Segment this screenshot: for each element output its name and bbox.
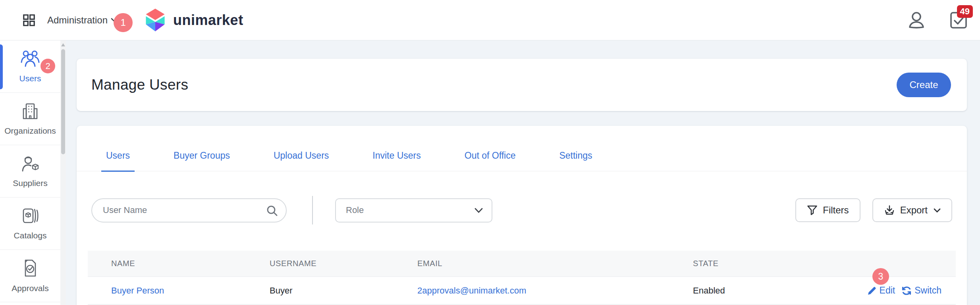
step-badge-2: 2 — [41, 59, 55, 73]
role-select-value: Role — [346, 205, 364, 215]
tab-bar: Users Buyer Groups Upload Users Invite U… — [77, 126, 967, 171]
sidebar-item-label: Suppliers — [13, 178, 48, 188]
sidebar-item-label: Users — [19, 74, 41, 83]
table-header: NAME USERNAME EMAIL STATE — [88, 251, 956, 277]
tab-buyer-groups[interactable]: Buyer Groups — [169, 150, 235, 172]
sidebar: Users 2 Organizations — [0, 40, 60, 305]
sidebar-item-suppliers[interactable]: Suppliers — [0, 145, 60, 198]
download-icon — [884, 205, 895, 216]
filter-row: Role Filters — [77, 196, 967, 224]
page-header-card: Manage Users Create — [77, 59, 967, 111]
cube-logo-icon — [143, 8, 168, 32]
state-cell: Enabled — [693, 286, 867, 296]
sidebar-item-label: Organizations — [4, 126, 56, 136]
user-name-link[interactable]: Buyer Person — [111, 286, 164, 295]
user-name-search-input[interactable] — [91, 198, 287, 223]
users-group-icon — [20, 50, 40, 69]
sidebar-item-label: Approvals — [12, 284, 48, 293]
search-icon[interactable] — [266, 205, 278, 217]
sidebar-item-catalogs[interactable]: Catalogs — [0, 198, 60, 250]
sidebar-item-organizations[interactable]: Organizations — [0, 93, 60, 145]
role-select[interactable]: Role — [335, 198, 492, 223]
sidebar-scrollbar[interactable] — [60, 40, 66, 305]
column-header-username: USERNAME — [270, 259, 417, 268]
column-header-state: STATE — [693, 259, 867, 268]
supplier-person-icon — [21, 154, 40, 174]
edit-link[interactable]: Edit — [867, 285, 895, 296]
main-content: Manage Users Create Users Buyer Groups U… — [66, 40, 980, 305]
brand-name: unimarket — [173, 12, 243, 29]
switch-refresh-icon — [901, 286, 912, 296]
brand-logo[interactable]: unimarket — [143, 8, 243, 32]
tasks-check-icon[interactable]: 49 — [949, 11, 968, 30]
topbar: Administration 1 unimarket — [0, 0, 980, 40]
tasks-count-badge: 49 — [957, 5, 973, 18]
approvals-document-icon — [21, 259, 39, 279]
export-button[interactable]: Export — [872, 198, 952, 222]
create-button[interactable]: Create — [897, 73, 951, 97]
scrollbar-thumb[interactable] — [61, 49, 65, 154]
chevron-down-icon — [934, 208, 941, 213]
sidebar-item-users[interactable]: Users 2 — [0, 40, 60, 93]
catalogs-cards-icon — [21, 207, 40, 226]
column-header-name: NAME — [111, 259, 270, 268]
pencil-icon — [867, 286, 877, 295]
tab-settings[interactable]: Settings — [554, 150, 597, 172]
account-person-icon[interactable] — [907, 11, 926, 30]
tab-out-of-office[interactable]: Out of Office — [460, 150, 521, 172]
filters-button[interactable]: Filters — [795, 198, 860, 222]
app-grid-icon[interactable] — [22, 13, 36, 27]
sidebar-item-approvals[interactable]: Approvals — [0, 250, 60, 302]
funnel-icon — [807, 205, 818, 215]
vertical-divider — [312, 196, 313, 224]
email-link[interactable]: 2approvals@unimarket.com — [417, 286, 526, 295]
step-badge-1: 1 — [114, 13, 133, 32]
scroll-up-arrow-icon[interactable] — [61, 43, 65, 46]
switch-link[interactable]: Switch — [901, 285, 941, 296]
username-cell: Buyer — [270, 286, 417, 296]
tab-invite-users[interactable]: Invite Users — [368, 150, 425, 172]
topbar-actions: 49 — [907, 11, 968, 30]
step-badge-3: 3 — [872, 268, 889, 285]
column-header-email: EMAIL — [417, 259, 693, 268]
users-table: NAME USERNAME EMAIL STATE Buyer Person B… — [88, 251, 956, 305]
tab-upload-users[interactable]: Upload Users — [269, 150, 334, 172]
page-title: Manage Users — [91, 77, 188, 93]
chevron-down-icon — [475, 208, 483, 213]
table-row: Buyer Person Buyer 2approvals@unimarket.… — [88, 277, 956, 305]
app-menu-label[interactable]: Administration — [47, 15, 108, 26]
users-card: Users Buyer Groups Upload Users Invite U… — [77, 126, 967, 305]
organization-building-icon — [21, 102, 39, 122]
tab-users[interactable]: Users — [101, 150, 135, 172]
sidebar-item-label: Catalogs — [14, 231, 47, 240]
